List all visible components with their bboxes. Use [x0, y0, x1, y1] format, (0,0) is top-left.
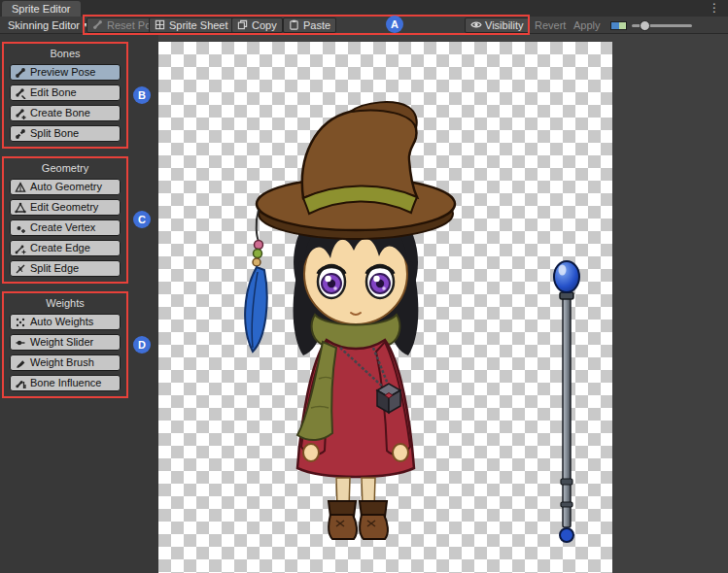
sprite-sheet-icon	[155, 19, 166, 31]
sprite-sheet-button[interactable]: Sprite Sheet	[149, 17, 234, 33]
copy-button[interactable]: Copy	[231, 17, 283, 33]
edit-bone-button[interactable]: Edit Bone	[10, 84, 121, 101]
bones-panel: Bones Preview Pose Edit Bone	[4, 44, 126, 146]
apply-button[interactable]: Apply	[570, 17, 605, 33]
color-swatch[interactable]	[610, 21, 627, 30]
create-bone-button[interactable]: Create Bone	[10, 105, 121, 121]
sprite-editor-tab[interactable]: Sprite Editor	[2, 1, 81, 17]
copy-icon	[237, 19, 249, 31]
sprite-editor-window: Sprite Editor ⋮ Skinning Editor ▾ Reset …	[0, 0, 728, 573]
bone-influence-button[interactable]: Bone Influence	[10, 375, 121, 391]
create-vertex-label: Create Vertex	[30, 220, 95, 235]
zoom-slider-knob[interactable]	[640, 20, 650, 31]
tool-sidebar: Bones Preview Pose Edit Bone	[0, 34, 158, 573]
auto-weights-button[interactable]: Auto Weights	[10, 314, 121, 330]
edit-geometry-label: Edit Geometry	[30, 200, 98, 215]
edit-geometry-button[interactable]: Edit Geometry	[10, 199, 121, 216]
split-bone-icon	[15, 128, 26, 140]
split-bone-button[interactable]: Split Bone	[10, 125, 121, 142]
auto-geometry-icon	[15, 182, 26, 193]
create-bone-label: Create Bone	[30, 106, 90, 120]
mode-dropdown[interactable]: Skinning Editor ▾	[4, 17, 91, 33]
create-edge-label: Create Edge	[30, 241, 90, 255]
preview-pose-button[interactable]: Preview Pose	[10, 64, 121, 81]
bones-panel-title: Bones	[4, 46, 126, 61]
annotation-circle-d: D	[133, 336, 151, 354]
split-edge-button[interactable]: Split Edge	[10, 260, 121, 277]
staff-sprite[interactable]	[549, 257, 584, 549]
annotation-box-weights: Weights Auto Weights Weight Slider	[2, 291, 128, 398]
preview-pose-icon	[15, 67, 26, 79]
transparency-checkerboard[interactable]	[158, 42, 612, 573]
weight-brush-button[interactable]: Weight Brush	[10, 354, 121, 371]
mode-dropdown-label: Skinning Editor	[8, 17, 80, 33]
split-bone-label: Split Bone	[30, 126, 79, 141]
bone-influence-icon	[15, 378, 26, 389]
sprite-canvas[interactable]	[158, 34, 728, 573]
create-vertex-icon	[15, 222, 26, 234]
edit-bone-icon	[15, 87, 26, 99]
weights-panel-title: Weights	[4, 295, 126, 311]
copy-label: Copy	[252, 18, 277, 32]
paste-label: Paste	[303, 18, 330, 32]
paste-button[interactable]: Paste	[283, 17, 336, 33]
character-sprite[interactable]	[241, 97, 465, 549]
annotation-circle-b: B	[133, 86, 151, 104]
create-vertex-button[interactable]: Create Vertex	[10, 219, 121, 236]
weight-slider-button[interactable]: Weight Slider	[10, 334, 121, 351]
reset-pose-icon	[92, 19, 104, 31]
visibility-eye-icon	[470, 19, 482, 31]
geometry-panel-title: Geometry	[4, 160, 126, 176]
auto-weights-label: Auto Weights	[30, 315, 93, 329]
bone-influence-label: Bone Influence	[30, 376, 101, 390]
visibility-toggle[interactable]: Visibility	[465, 17, 530, 33]
auto-geometry-label: Auto Geometry	[30, 180, 102, 194]
weight-slider-label: Weight Slider	[30, 335, 93, 350]
create-bone-icon	[15, 108, 26, 119]
annotation-box-bones: Bones Preview Pose Edit Bone	[2, 42, 128, 149]
weight-slider-icon	[15, 337, 26, 349]
preview-pose-label: Preview Pose	[30, 65, 95, 80]
annotation-box-geometry: Geometry Auto Geometry Edit Geometry	[2, 156, 128, 284]
zoom-slider[interactable]	[632, 24, 692, 27]
weight-brush-label: Weight Brush	[30, 355, 94, 370]
visibility-label: Visibility	[485, 18, 524, 32]
revert-button[interactable]: Revert	[531, 17, 570, 33]
annotation-circle-a: A	[386, 16, 403, 33]
edit-bone-label: Edit Bone	[30, 85, 77, 100]
edit-geometry-icon	[15, 202, 26, 214]
auto-weights-icon	[15, 317, 26, 328]
sprite-sheet-label: Sprite Sheet	[169, 18, 228, 32]
window-tab-bar: Sprite Editor ⋮	[0, 0, 728, 17]
auto-geometry-button[interactable]: Auto Geometry	[10, 179, 121, 195]
weights-panel: Weights Auto Weights Weight Slider	[4, 293, 126, 395]
toolbar: Skinning Editor ▾ Reset Pose Sprite Shee…	[0, 17, 728, 34]
split-edge-label: Split Edge	[30, 261, 79, 276]
geometry-panel: Geometry Auto Geometry Edit Geometry	[4, 158, 126, 281]
annotation-circle-c: C	[133, 211, 151, 228]
create-edge-button[interactable]: Create Edge	[10, 240, 121, 256]
split-edge-icon	[15, 263, 26, 275]
weight-brush-icon	[15, 357, 26, 369]
overflow-menu-icon[interactable]: ⋮	[709, 1, 720, 16]
create-edge-icon	[15, 243, 26, 254]
paste-icon	[289, 19, 300, 31]
